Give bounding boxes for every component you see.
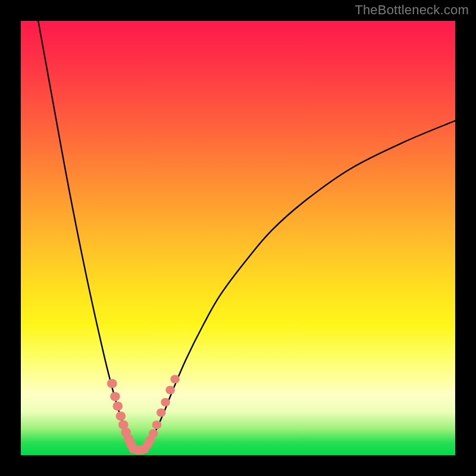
marker-dot [113, 402, 123, 411]
curve-right-branch [147, 121, 455, 447]
watermark-text: TheBottleneck.com [355, 2, 469, 18]
marker-dot [170, 375, 179, 383]
bottleneck-curve [38, 21, 455, 450]
marker-dot [152, 421, 161, 429]
marker-dot [110, 392, 120, 401]
marker-dot [116, 412, 126, 421]
data-markers [107, 375, 180, 455]
marker-dot [139, 444, 149, 453]
marker-dot [107, 379, 117, 388]
marker-dot [165, 386, 174, 394]
chart-frame: TheBottleneck.com [0, 0, 476, 476]
marker-dot [156, 408, 165, 416]
marker-dot [161, 398, 170, 406]
chart-overlay [21, 21, 455, 455]
marker-dot [149, 430, 158, 438]
